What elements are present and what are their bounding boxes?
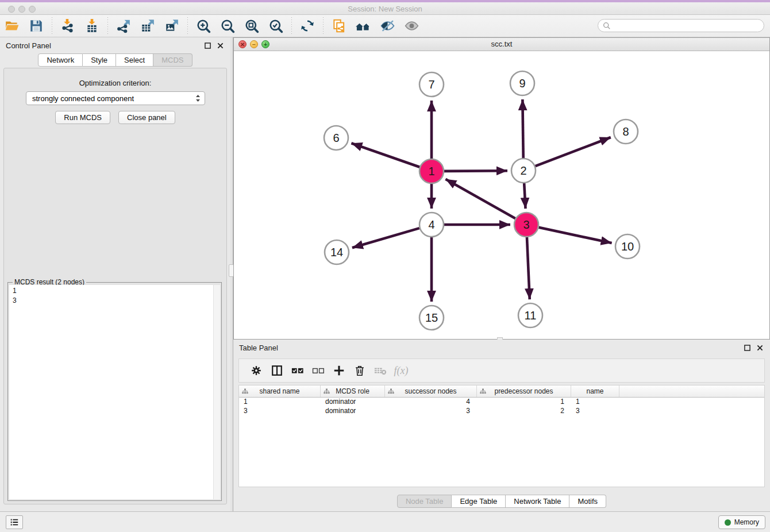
graph-node-label: 10	[621, 240, 634, 253]
first-neighbors-icon[interactable]	[353, 17, 373, 35]
cell-shared_name: 3	[239, 407, 321, 416]
graph-node-label: 3	[523, 218, 529, 231]
criterion-select[interactable]: strongly connected component	[26, 91, 205, 105]
memory-button[interactable]: Memory	[718, 515, 765, 529]
column-header-shared_name[interactable]: shared name	[239, 385, 321, 397]
table-panel: Table Panel f(x) shared nameMCDS rolesuc…	[233, 340, 770, 511]
graph-edge-2-8[interactable]	[536, 137, 611, 166]
search-icon	[603, 22, 611, 30]
zoom-in-icon[interactable]	[194, 17, 213, 35]
toolbar-separator	[52, 17, 52, 34]
graph-edge-2-3[interactable]	[524, 183, 525, 209]
cell-successor_nodes: 3	[385, 407, 477, 416]
column-header-predecessor_nodes[interactable]: predecessor nodes	[477, 385, 571, 397]
close-panel-icon[interactable]	[755, 343, 764, 352]
column-header-successor_nodes[interactable]: successor nodes	[385, 385, 477, 397]
close-panel-icon[interactable]	[215, 41, 225, 50]
table-header-row: shared nameMCDS rolesuccessor nodesprede…	[239, 385, 764, 398]
network-graph[interactable]: 1234678910111415	[234, 51, 769, 339]
network-window-titlebar[interactable]: ✕ − + scc.txt	[234, 38, 769, 51]
export-image-icon[interactable]	[162, 17, 182, 35]
network-view-window: ✕ − + scc.txt 1234678910111415	[233, 37, 770, 340]
cell-predecessor_nodes: 1	[477, 398, 571, 407]
table-panel-title: Table Panel	[239, 344, 739, 352]
export-network-icon[interactable]	[114, 17, 133, 35]
network-canvas[interactable]: 1234678910111415	[234, 51, 769, 339]
show-all-icon[interactable]	[402, 17, 421, 35]
column-header-name[interactable]: name	[571, 385, 619, 397]
tab-edge-table[interactable]: Edge Table	[452, 495, 506, 508]
tab-select[interactable]: Select	[116, 53, 153, 67]
tab-style[interactable]: Style	[83, 53, 116, 67]
export-table-icon[interactable]	[138, 17, 157, 35]
toolbar-separator	[323, 17, 324, 34]
table-row[interactable]: 3dominator323	[239, 407, 764, 416]
tab-network-table[interactable]: Network Table	[506, 495, 569, 508]
table-options-icon[interactable]	[246, 361, 267, 380]
graph-edge-2-9[interactable]	[522, 99, 523, 158]
select-stepper-icon	[195, 94, 201, 103]
graph-node-label: 6	[333, 132, 339, 144]
select-all-rows-icon[interactable]	[287, 361, 308, 380]
memory-label: Memory	[734, 518, 759, 526]
table-row[interactable]: 1dominator411	[239, 398, 764, 407]
graph-node-label: 7	[428, 78, 434, 91]
graph-node-label: 2	[520, 164, 526, 177]
zoom-selected-icon[interactable]	[266, 17, 286, 35]
column-header-mcds_role[interactable]: MCDS role	[321, 385, 385, 397]
tab-motifs[interactable]: Motifs	[569, 495, 606, 508]
cell-successor_nodes: 4	[385, 398, 477, 407]
graph-edge-3-1[interactable]	[445, 179, 515, 218]
criterion-value: strongly connected component	[32, 94, 195, 103]
graph-edge-3-10[interactable]	[539, 228, 612, 243]
search-field[interactable]	[598, 19, 764, 32]
node-table: shared nameMCDS rolesuccessor nodesprede…	[238, 385, 765, 487]
tab-mcds[interactable]: MCDS	[153, 53, 192, 67]
mcds-result-line: 1	[13, 286, 213, 296]
zoom-fit-icon[interactable]	[242, 17, 261, 35]
task-history-button[interactable]	[6, 515, 23, 529]
zoom-out-icon[interactable]	[218, 17, 237, 35]
tab-node-table[interactable]: Node Table	[397, 495, 452, 508]
duplicate-network-icon[interactable]	[329, 17, 349, 35]
graph-node-label: 15	[425, 311, 438, 324]
control-panel-title: Control Panel	[6, 41, 199, 50]
graph-edge-4-14[interactable]	[352, 228, 419, 248]
toolbar-separator	[187, 17, 188, 34]
close-panel-button[interactable]: Close panel	[118, 111, 175, 124]
import-network-icon[interactable]	[58, 17, 78, 35]
save-session-icon[interactable]	[26, 17, 46, 35]
app-titlebar: Session: New Session	[0, 0, 770, 15]
refresh-icon[interactable]	[298, 17, 317, 35]
deselect-all-rows-icon[interactable]	[308, 361, 329, 380]
graph-edge-1-6[interactable]	[351, 143, 419, 167]
hide-selected-icon[interactable]	[378, 17, 397, 35]
float-panel-icon[interactable]	[203, 41, 212, 50]
table-toolbar: f(x)	[238, 358, 765, 383]
session-title: Session: New Session	[0, 5, 770, 13]
tab-network[interactable]: Network	[38, 53, 83, 67]
control-panel: Control Panel Network Style Select MCDS …	[0, 37, 230, 511]
graph-edge-1-2[interactable]	[444, 171, 507, 171]
mcds-tab-content: Optimization criterion: strongly connect…	[3, 68, 227, 504]
statusbar: Memory	[0, 511, 770, 532]
cell-name: 1	[571, 398, 619, 407]
table-tabs: Node Table Edge Table Network Table Moti…	[233, 495, 770, 508]
table-body: 1dominator4113dominator323	[239, 398, 764, 416]
show-columns-icon[interactable]	[267, 361, 287, 380]
graph-edge-3-11[interactable]	[527, 237, 530, 299]
float-panel-icon[interactable]	[742, 343, 752, 352]
run-mcds-button[interactable]: Run MCDS	[55, 111, 110, 124]
search-input[interactable]	[611, 21, 764, 30]
add-column-icon[interactable]	[329, 361, 349, 380]
mcds-result-text[interactable]: 1 3	[9, 285, 213, 499]
open-session-icon[interactable]	[2, 17, 22, 35]
import-table-icon[interactable]	[82, 17, 102, 35]
mcds-result-scrollbar[interactable]	[213, 285, 220, 499]
memory-status-icon	[725, 519, 731, 526]
toolbar-separator	[107, 17, 108, 34]
mcds-result-group: MCDS result (2 nodes) 1 3	[7, 282, 222, 501]
graph-node-label: 9	[519, 77, 525, 90]
cell-predecessor_nodes: 2	[477, 407, 571, 416]
delete-columns-icon[interactable]	[349, 361, 370, 380]
